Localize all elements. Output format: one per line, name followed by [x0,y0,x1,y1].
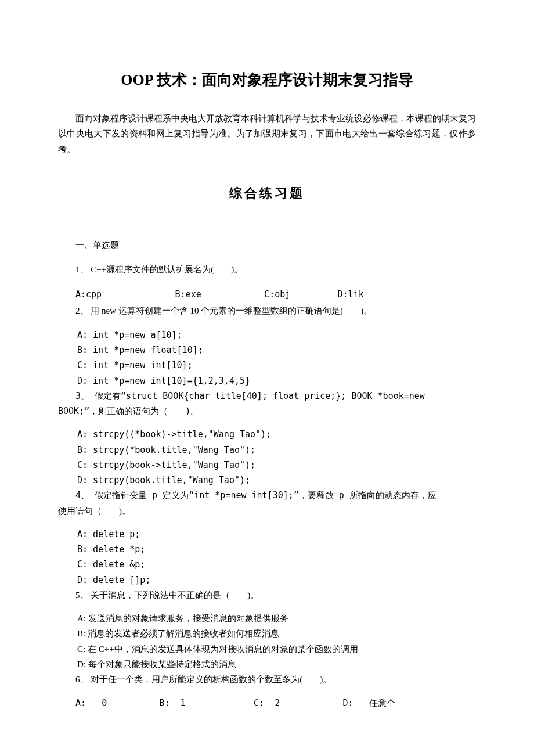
q2-option-a: A: int *p=new a[10]; [58,327,476,343]
q5-option-b: B: 消息的发送者必须了解消息的接收者如何相应消息 [58,626,476,641]
q3-option-b: B: strcpy(*book.title,"Wang Tao"); [58,442,476,458]
q4-option-a: A: delete p; [58,527,476,542]
q4-stem-1: 4、 假定指针变量 p 定义为“int *p=new int[30];”，要释放… [58,488,476,503]
q6-options: A: 0 B: 1 C: 2 D: 任意个 [58,695,476,712]
q1-stem: 1、 C++源程序文件的默认扩展名为( )。 [58,261,476,278]
q5-option-a: A: 发送消息的对象请求服务，接受消息的对象提供服务 [58,611,476,626]
q2-stem: 2、 用 new 运算符创建一个含 10 个元素的一维整型数组的正确语句是( )… [58,303,476,319]
q3-option-c: C: strcpy(book->title,"Wang Tao"); [58,458,476,473]
q3-option-a: A: strcpy((*book)->title,"Wang Tao"); [58,427,476,442]
q3-stem-2: BOOK;”，则正确的语句为（ )。 [58,404,476,419]
q2-option-c: C: int *p=new int[10]; [58,358,476,373]
q3-option-d: D: strcpy(book.title,"Wang Tao"); [58,473,476,488]
document-page: OOP 技术：面向对象程序设计期末复习指导 面向对象程序设计课程系中央电大开放教… [0,0,534,756]
exercises-heading: 综合练习题 [58,185,476,202]
q2-option-d: D: int *p=new int[10]={1,2,3,4,5} [58,373,476,388]
q5-option-c: C: 在 C++中，消息的发送具体体现为对接收消息的对象的某个函数的调用 [58,642,476,657]
q5-option-d: D: 每个对象只能接收某些特定格式的消息 [58,657,476,672]
q5-stem: 5、 关于消息，下列说法中不正确的是（ )。 [58,588,476,603]
q4-option-c: C: delete &p; [58,557,476,572]
section-1-heading: 一、单选题 [58,237,476,254]
q4-option-d: D: delete []p; [58,573,476,588]
q4-option-b: B: delete *p; [58,542,476,557]
document-title: OOP 技术：面向对象程序设计期末复习指导 [58,70,476,90]
q1-options: A:cpp B:exe C:obj D:lik [58,286,476,303]
q4-stem-2: 使用语句（ )。 [58,503,476,519]
q3-stem-1: 3、 假定有“struct BOOK{char title[40]; float… [58,388,476,404]
q6-stem: 6、 对于任一个类，用户所能定义的析构函数的个数至多为( )。 [58,672,476,687]
q2-option-b: B: int *p=new float[10]; [58,343,476,358]
intro-paragraph: 面向对象程序设计课程系中央电大开放教育本科计算机科学与技术专业统设必修课程，本课… [58,111,476,157]
